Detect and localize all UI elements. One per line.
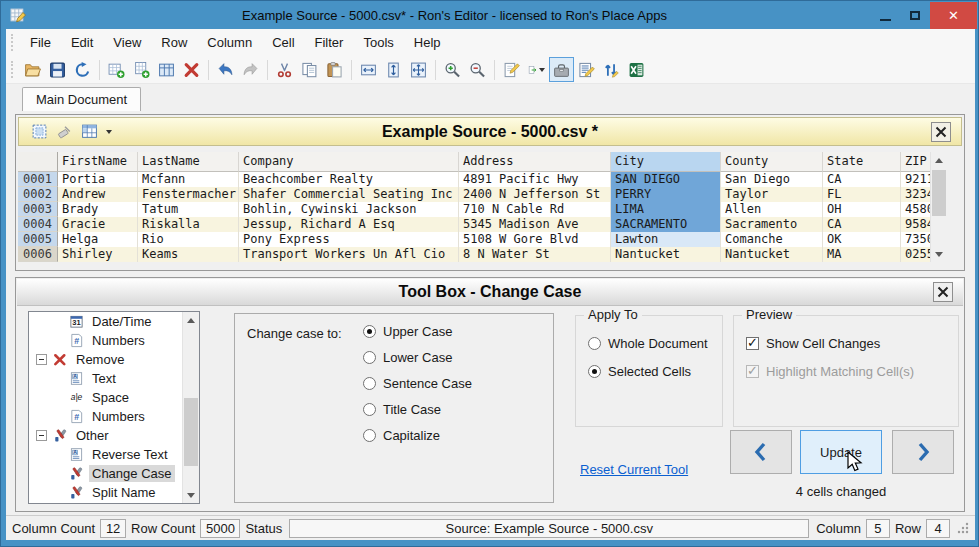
grid-cell[interactable]: San Diego [721, 172, 823, 187]
document-close-button[interactable] [931, 122, 951, 142]
row-number[interactable]: 0006 [18, 247, 58, 262]
sort-button[interactable] [599, 57, 624, 82]
tree-item-remove[interactable]: Remove [29, 350, 199, 369]
tree-item-numbers[interactable]: #Numbers [29, 331, 199, 350]
scroll-down-button[interactable] [931, 246, 947, 262]
column-header-county[interactable]: County [721, 152, 823, 172]
grid-cell[interactable]: Lawton [611, 232, 721, 247]
radio-indicator[interactable] [363, 325, 376, 338]
collapse-icon[interactable] [36, 354, 47, 365]
insert-column-button[interactable] [129, 57, 154, 82]
radio-indicator[interactable] [588, 337, 601, 350]
scroll-up-button[interactable] [931, 152, 947, 168]
column-header-firstname[interactable]: FirstName [58, 152, 138, 172]
tree-item-text[interactable]: AText [29, 369, 199, 388]
grid-cell[interactable]: 710 N Cable Rd [459, 202, 611, 217]
grid-cell[interactable]: Nantucket [721, 247, 823, 262]
column-header-city[interactable]: City [611, 152, 721, 172]
cut-button[interactable] [272, 57, 297, 82]
copy-button[interactable] [297, 57, 322, 82]
grid-cell[interactable]: 4891 Pacific Hwy [459, 172, 611, 187]
titlebar[interactable]: Example Source - 5000.csv* - Ron's Edito… [2, 2, 977, 29]
menu-file[interactable]: File [20, 31, 61, 54]
grid-cell[interactable]: Riskalla [138, 217, 239, 232]
checkbox-show-cell-changes[interactable]: Show Cell Changes [746, 336, 914, 351]
row-number-header[interactable] [18, 152, 58, 172]
undo-button[interactable] [213, 57, 238, 82]
checkbox-indicator[interactable] [746, 337, 759, 350]
grid-cell[interactable]: PERRY [611, 187, 721, 202]
grid-cell[interactable]: Brady [58, 202, 138, 217]
grid-cell[interactable]: Transport Workers Un Afl Cio [239, 247, 459, 262]
script-editor-button[interactable] [574, 57, 599, 82]
edit-cell-button[interactable] [499, 57, 524, 82]
row-number[interactable]: 0005 [18, 232, 58, 247]
row-number[interactable]: 0001 [18, 172, 58, 187]
grid-cell[interactable]: Portia [58, 172, 138, 187]
fit-all-button[interactable] [406, 57, 431, 82]
radio-indicator[interactable] [363, 403, 376, 416]
radio-upper-case[interactable]: Upper Case [363, 324, 472, 339]
row-number[interactable]: 0002 [18, 187, 58, 202]
grid-cell[interactable]: 5108 W Gore Blvd [459, 232, 611, 247]
grid-cell[interactable]: CA [823, 172, 901, 187]
tree-item-space[interactable]: a|eSpace [29, 388, 199, 407]
minimize-button[interactable] [870, 2, 900, 29]
close-button[interactable]: ✕ [930, 2, 977, 29]
grid-cell[interactable]: Nantucket [611, 247, 721, 262]
save-file-button[interactable] [45, 57, 70, 82]
tree-item-date-time[interactable]: 31Date/Time [29, 312, 199, 331]
tree-item-reverse-text[interactable]: AReverse Text [29, 445, 199, 464]
radio-whole-document[interactable]: Whole Document [588, 336, 708, 351]
resize-grip[interactable] [957, 522, 969, 534]
next-tool-button[interactable] [892, 430, 954, 474]
tool-box-button[interactable] [549, 57, 574, 82]
open-file-button[interactable] [20, 57, 45, 82]
table-view-button[interactable] [79, 121, 100, 142]
tree-item-numbers[interactable]: #Numbers [29, 407, 199, 426]
grid-cell[interactable]: Allen [721, 202, 823, 217]
grid-cell[interactable]: Beachcomber Realty [239, 172, 459, 187]
grid-cell[interactable]: 5345 Madison Ave [459, 217, 611, 232]
radio-capitalize[interactable]: Capitalize [363, 428, 472, 443]
collapse-icon[interactable] [36, 430, 47, 441]
radio-indicator[interactable] [363, 351, 376, 364]
select-cells-button[interactable] [29, 121, 50, 142]
fit-rows-button[interactable] [381, 57, 406, 82]
radio-selected-cells[interactable]: Selected Cells [588, 364, 708, 379]
grid-cell[interactable]: Jessup, Richard A Esq [239, 217, 459, 232]
menu-row[interactable]: Row [151, 31, 197, 54]
radio-indicator[interactable] [588, 365, 601, 378]
scroll-thumb[interactable] [932, 170, 946, 216]
tab-main-document[interactable]: Main Document [22, 87, 141, 111]
grid-cell[interactable]: 8 N Water St [459, 247, 611, 262]
menu-tools[interactable]: Tools [353, 31, 403, 54]
grid-cell[interactable]: Gracie [58, 217, 138, 232]
grid-cell[interactable]: Mcfann [138, 172, 239, 187]
tree-item-change-case[interactable]: Change Case [29, 464, 199, 483]
clear-formatting-button[interactable] [54, 121, 75, 142]
grid-vertical-scrollbar[interactable] [930, 152, 947, 262]
fit-columns-button[interactable] [356, 57, 381, 82]
menu-view[interactable]: View [103, 31, 151, 54]
grid-cell[interactable]: Keams [138, 247, 239, 262]
grid-cell[interactable]: Andrew [58, 187, 138, 202]
grid-cell[interactable]: FL [823, 187, 901, 202]
menu-help[interactable]: Help [404, 31, 451, 54]
grid-cell[interactable]: 2400 N Jefferson St [459, 187, 611, 202]
update-button[interactable]: Update [800, 430, 882, 474]
radio-indicator[interactable] [363, 429, 376, 442]
tree-vertical-scrollbar[interactable] [182, 312, 199, 503]
insert-row-button[interactable] [104, 57, 129, 82]
maximize-button[interactable] [900, 2, 930, 29]
reset-current-tool-link[interactable]: Reset Current Tool [580, 462, 688, 477]
grid-cell[interactable]: Bohlin, Cywinski Jackson [239, 202, 459, 217]
menu-filter[interactable]: Filter [305, 31, 354, 54]
grid-cell[interactable]: Pony Express [239, 232, 459, 247]
grid-cell[interactable]: CA [823, 217, 901, 232]
table-properties-button[interactable] [154, 57, 179, 82]
scroll-up-button[interactable] [183, 312, 199, 328]
menu-edit[interactable]: Edit [61, 31, 103, 54]
paste-button[interactable] [322, 57, 347, 82]
tree-item-other[interactable]: Other [29, 426, 199, 445]
